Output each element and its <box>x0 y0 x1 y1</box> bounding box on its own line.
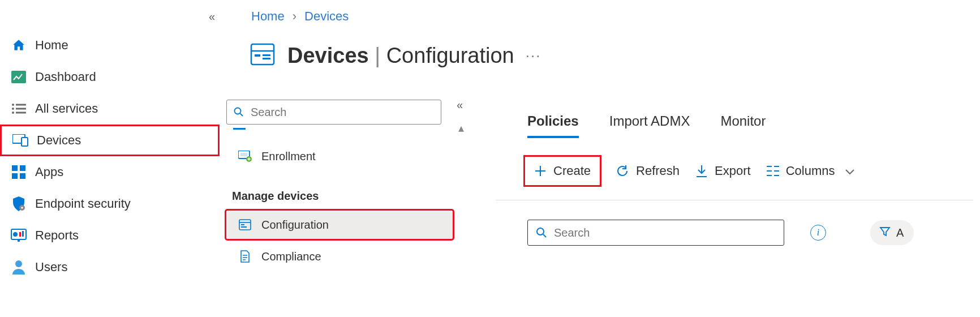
svg-rect-2 <box>16 104 26 106</box>
page-title-strong: Devices <box>287 44 369 67</box>
svg-rect-4 <box>16 108 26 110</box>
svg-point-5 <box>12 112 14 114</box>
svg-rect-9 <box>12 165 18 171</box>
svg-point-41 <box>537 228 544 235</box>
svg-rect-27 <box>241 224 244 225</box>
subnav-search[interactable] <box>226 100 441 125</box>
chevron-down-icon <box>845 164 854 178</box>
filter-icon <box>879 226 891 239</box>
nav-item-home[interactable]: Home <box>0 29 220 61</box>
policies-search-input[interactable] <box>553 226 776 240</box>
button-label: Refresh <box>636 164 680 178</box>
columns-icon <box>767 165 779 177</box>
columns-button[interactable]: Columns <box>767 164 854 178</box>
subnav-item-configuration[interactable]: Configuration <box>226 211 453 239</box>
svg-point-19 <box>15 260 22 267</box>
svg-rect-18 <box>18 240 20 242</box>
nav-label: Devices <box>37 133 81 148</box>
nav-item-apps[interactable]: Apps <box>0 156 220 188</box>
home-icon <box>10 37 27 53</box>
svg-rect-10 <box>20 165 25 171</box>
scroll-up-icon[interactable]: ▴ <box>458 121 464 135</box>
button-label: Columns <box>786 164 835 178</box>
svg-point-3 <box>12 108 14 110</box>
search-icon <box>234 107 244 117</box>
svg-rect-23 <box>240 153 247 156</box>
download-icon <box>695 164 708 178</box>
nav-label: Endpoint security <box>35 196 131 211</box>
compliance-icon <box>238 249 252 264</box>
nav-item-devices[interactable]: Devices <box>0 125 220 156</box>
svg-line-42 <box>543 234 546 237</box>
primary-nav: « Home Dashboard All services Devices <box>0 0 220 317</box>
info-button[interactable]: i <box>810 225 826 241</box>
subnav-label: Configuration <box>261 219 329 232</box>
svg-rect-11 <box>12 173 18 179</box>
tab-label: Monitor <box>720 113 766 128</box>
devices-icon <box>12 132 29 148</box>
svg-point-15 <box>13 232 18 237</box>
nav-item-dashboard[interactable]: Dashboard <box>0 61 220 93</box>
tab-import-admx[interactable]: Import ADMX <box>609 108 690 137</box>
collapse-nav-icon[interactable]: « <box>209 10 215 23</box>
nav-item-endpoint-security[interactable]: Endpoint security <box>0 188 220 220</box>
nav-label: All services <box>35 101 98 116</box>
svg-rect-33 <box>263 58 270 59</box>
create-button[interactable]: Create <box>525 157 600 185</box>
shield-icon <box>10 196 27 212</box>
button-label: Export <box>715 164 751 178</box>
svg-rect-0 <box>11 71 26 83</box>
subnav-search-input[interactable] <box>250 105 434 119</box>
svg-rect-8 <box>22 138 28 146</box>
user-icon <box>10 259 27 275</box>
subnav-section-manage-devices: Manage devices <box>220 174 466 207</box>
subnav-item-compliance[interactable]: Compliance <box>226 242 453 271</box>
nav-item-all-services[interactable]: All services <box>0 93 220 125</box>
nav-label: Home <box>35 38 68 53</box>
export-button[interactable]: Export <box>695 164 751 178</box>
breadcrumb-home[interactable]: Home <box>251 9 285 24</box>
refresh-button[interactable]: Refresh <box>616 164 680 178</box>
tab-label: Import ADMX <box>609 113 690 128</box>
subnav-item-enrollment[interactable]: Enrollment <box>226 142 453 170</box>
search-icon <box>536 227 547 238</box>
page-title-separator: | <box>369 44 386 67</box>
enrollment-icon <box>238 149 252 164</box>
more-actions-button[interactable]: ··· <box>526 47 541 65</box>
page-title-rest: Configuration <box>386 44 514 67</box>
tab-monitor[interactable]: Monitor <box>720 108 766 137</box>
configuration-icon <box>238 217 252 232</box>
page-title: Devices | Configuration <box>287 44 514 68</box>
tab-label: Policies <box>527 113 579 128</box>
svg-point-20 <box>235 108 241 114</box>
breadcrumb-devices[interactable]: Devices <box>304 9 349 24</box>
apps-icon <box>10 164 27 180</box>
nav-label: Dashboard <box>35 70 96 84</box>
filter-label: A <box>896 226 904 239</box>
policies-search[interactable] <box>527 220 784 246</box>
search-underline <box>233 128 246 130</box>
subnav-label: Compliance <box>261 250 321 263</box>
svg-rect-16 <box>19 232 21 237</box>
refresh-icon <box>616 164 629 178</box>
nav-item-reports[interactable]: Reports <box>0 220 220 251</box>
svg-rect-31 <box>255 54 260 57</box>
tab-policies[interactable]: Policies <box>527 108 579 137</box>
toolbar: Create Refresh Export Columns <box>496 138 973 200</box>
svg-rect-6 <box>16 112 26 114</box>
button-label: Create <box>553 164 591 178</box>
filter-button[interactable]: A <box>870 220 914 245</box>
nav-label: Apps <box>35 165 63 179</box>
svg-line-21 <box>240 114 243 117</box>
nav-item-users[interactable]: Users <box>0 251 220 283</box>
subnav-label: Enrollment <box>261 150 316 163</box>
nav-label: Reports <box>35 228 79 243</box>
collapse-subnav-icon[interactable]: « <box>457 98 463 112</box>
svg-rect-12 <box>20 173 25 179</box>
svg-rect-17 <box>22 231 24 237</box>
list-icon <box>10 101 27 117</box>
reports-icon <box>10 228 27 243</box>
main-content: Policies Import ADMX Monitor Create Refr… <box>496 108 980 317</box>
svg-rect-32 <box>263 54 270 56</box>
page-title-icon <box>249 41 276 70</box>
